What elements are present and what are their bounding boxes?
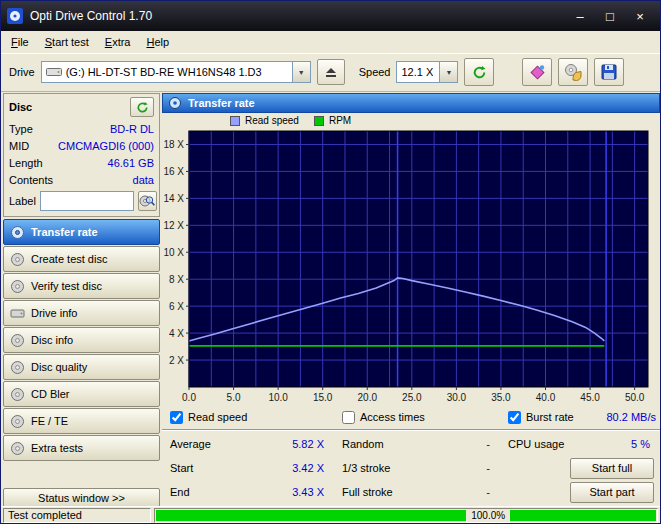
create-test-disc-icon [10,252,25,267]
disc-type-value: BD-R DL [110,123,154,135]
magnifier-disc-icon [139,194,156,208]
chevron-down-icon[interactable]: ▼ [439,62,457,82]
sidebar-item-disc-info[interactable]: Disc info [3,327,160,353]
menu-help[interactable]: Help [138,33,177,51]
drive-icon [46,66,62,78]
end-label: End [170,486,190,498]
sidebar-item-label: CD Bler [31,388,70,400]
cpu-usage-value: 5 % [631,438,650,450]
sidebar-item-label: Verify test disc [31,280,102,292]
rpm-legend-swatch [314,116,324,126]
transfer-rate-icon [10,225,25,240]
svg-text:45.0: 45.0 [580,392,600,403]
access-times-checkbox[interactable] [342,411,355,424]
transfer-chart: 2 X4 X6 X8 X10 X12 X14 X16 X18 X0.05.010… [162,127,660,405]
menu-extra[interactable]: Extra [97,33,139,51]
start-value: 3.42 X [292,462,324,474]
menu-file[interactable]: File [3,33,37,51]
random-value: - [486,438,490,450]
sidebar-item-label: Disc info [31,334,73,346]
sidebar-item-cd-bler[interactable]: CD Bler [3,381,160,407]
svg-text:40.0: 40.0 [536,392,556,403]
disc-label-input[interactable] [40,191,134,211]
drive-value: (G:) HL-DT-ST BD-RE WH16NS48 1.D3 [66,66,262,78]
access-times-checkbox-label: Access times [360,411,425,423]
close-button[interactable]: × [626,6,654,26]
svg-text:0.0: 0.0 [182,392,196,403]
read-speed-checkbox[interactable] [170,411,183,424]
drive-select[interactable]: (G:) HL-DT-ST BD-RE WH16NS48 1.D3 ▼ [41,61,311,83]
drive-tools-button[interactable] [558,58,588,86]
full-stroke-label: Full stroke [342,486,393,498]
svg-text:30.0: 30.0 [447,392,467,403]
burst-rate-checkbox[interactable] [508,411,521,424]
cd-bler-icon [10,387,25,402]
disc-refresh-button[interactable] [130,97,154,117]
average-value: 5.82 X [292,438,324,450]
sidebar-item-label: Transfer rate [31,226,98,238]
main-header: Transfer rate [162,93,660,113]
svg-text:18 X: 18 X [163,139,184,150]
sidebar-item-label: Extra tests [31,442,83,454]
svg-text:50.0: 50.0 [625,392,645,403]
start-full-button[interactable]: Start full [570,458,654,479]
sidebar-item-disc-quality[interactable]: Disc quality [3,354,160,380]
main-header-title: Transfer rate [188,97,255,109]
extra-tests-icon [10,441,25,456]
read-speed-legend-swatch [230,116,240,126]
menu-start-test[interactable]: Start test [37,33,97,51]
chevron-down-icon[interactable]: ▼ [292,62,310,82]
transfer-rate-icon [168,96,182,110]
read-speed-legend-label: Read speed [245,115,299,126]
sidebar-item-drive-info[interactable]: Drive info [3,300,160,326]
start-part-button[interactable]: Start part [570,482,654,503]
save-icon [601,64,617,80]
one-third-stroke-value: - [486,462,490,474]
save-button[interactable] [594,58,624,86]
speed-select[interactable]: 12.1 X ▼ [396,61,458,83]
toolbar: Drive (G:) HL-DT-ST BD-RE WH16NS48 1.D3 … [1,53,660,92]
one-third-stroke-label: 1/3 stroke [342,462,390,474]
maximize-button[interactable]: □ [596,6,624,26]
rpm-legend-label: RPM [329,115,351,126]
svg-text:35.0: 35.0 [491,392,511,403]
start-label: Start [170,462,193,474]
svg-text:10.0: 10.0 [268,392,288,403]
disc-label-scan-button[interactable] [138,191,157,211]
sidebar: Transfer rate Create test disc Verify te… [3,219,160,462]
sidebar-item-verify-test-disc[interactable]: Verify test disc [3,273,160,299]
svg-text:4 X: 4 X [169,328,184,339]
eject-icon [325,66,337,78]
menu-bar: File Start test Extra Help [1,31,660,54]
sidebar-item-create-test-disc[interactable]: Create test disc [3,246,160,272]
app-window: Opti Drive Control 1.70 – □ × File Start… [0,0,661,524]
status-window-button[interactable]: Status window >> [3,488,160,508]
svg-text:2 X: 2 X [169,355,184,366]
sidebar-item-label: Drive info [31,307,77,319]
disc-contents-label: Contents [9,174,53,186]
svg-text:10 X: 10 X [163,247,184,258]
progress-fill [156,510,656,521]
average-label: Average [170,438,211,450]
sidebar-item-transfer-rate[interactable]: Transfer rate [3,219,160,245]
sidebar-item-label: FE / TE [31,415,68,427]
sidebar-item-fe-te[interactable]: FE / TE [3,408,160,434]
refresh-button[interactable] [464,58,494,86]
status-text: Test completed [8,509,82,521]
drive-info-icon [10,306,25,321]
progress-bar: 100.0% [154,508,658,523]
status-bar: Test completed 100.0% [1,506,660,523]
fe-te-icon [10,414,25,429]
end-value: 3.43 X [292,486,324,498]
disc-info-icon [10,333,25,348]
verify-test-disc-icon [10,279,25,294]
disc-length-label: Length [9,157,43,169]
disc-length-value: 46.61 GB [108,157,154,169]
disc-quality-button[interactable] [522,58,552,86]
eject-button[interactable] [317,59,345,85]
minimize-button[interactable]: – [566,6,594,26]
disc-panel-title: Disc [9,101,32,113]
sidebar-item-extra-tests[interactable]: Extra tests [3,435,160,461]
svg-text:5.0: 5.0 [227,392,241,403]
toolbar-shortcut-group [516,58,624,86]
